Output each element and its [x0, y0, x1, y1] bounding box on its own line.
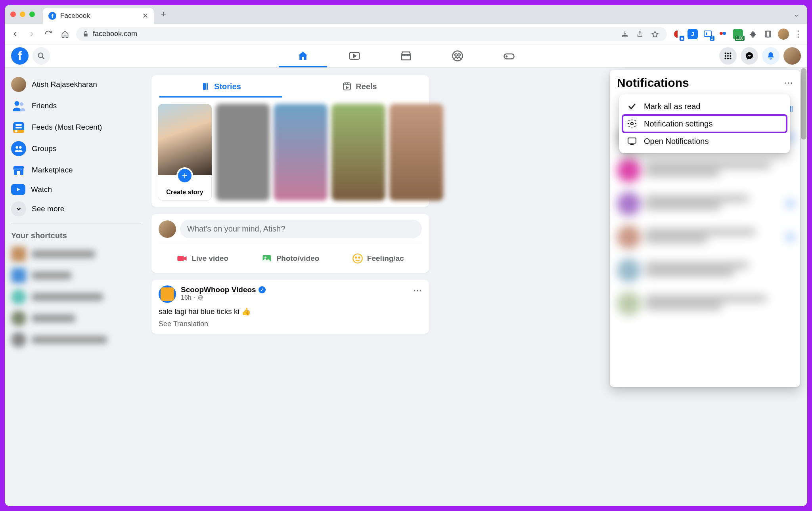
svg-rect-2: [706, 33, 707, 35]
extensions-menu-icon[interactable]: [748, 29, 758, 39]
address-bar[interactable]: facebook.com: [76, 27, 667, 41]
bookmark-icon[interactable]: [649, 31, 661, 38]
extension-3[interactable]: 2: [703, 29, 713, 39]
close-window-button[interactable]: [10, 11, 16, 17]
stories-card: Stories Reels + Create story: [151, 75, 429, 207]
browser-tab[interactable]: f Facebook ✕: [43, 8, 154, 24]
svg-rect-6: [767, 31, 770, 37]
story-item[interactable]: [274, 104, 327, 201]
nav-home[interactable]: [277, 44, 329, 67]
story-item[interactable]: [331, 104, 385, 201]
svg-point-4: [723, 32, 726, 35]
sidebar-label: Marketplace: [32, 166, 73, 174]
maximize-window-button[interactable]: [29, 11, 35, 17]
svg-point-20: [727, 57, 729, 59]
user-name: Atish Rajasekharan: [32, 80, 97, 89]
post-card: ScoopWhoop Videos ✓ 16h · ⋯ sale lagi ha…: [151, 280, 429, 334]
sidebar-friends[interactable]: Friends: [8, 95, 144, 117]
monitor-icon: [626, 136, 638, 146]
compose-avatar[interactable]: [159, 220, 176, 238]
tab-title: Facebook: [60, 12, 90, 20]
svg-rect-32: [17, 171, 20, 175]
mark-all-read-item[interactable]: Mark all as read: [622, 98, 787, 115]
forward-button[interactable]: [26, 30, 37, 38]
photo-video-button[interactable]: Photo/video: [246, 250, 334, 267]
shortcut-item[interactable]: [8, 329, 144, 350]
nav-gaming[interactable]: [483, 44, 535, 67]
extension-4[interactable]: [718, 29, 728, 39]
extension-row: ■ J 2 1.00 ⋮: [672, 29, 802, 40]
svg-point-10: [455, 54, 457, 56]
browser-toolbar: facebook.com ■ J 2 1.00 ⋮: [5, 24, 807, 44]
shortcut-item[interactable]: [8, 265, 144, 286]
svg-point-38: [355, 257, 356, 258]
story-item[interactable]: [389, 104, 443, 201]
messenger-button[interactable]: [741, 47, 758, 65]
browser-menu-button[interactable]: ⋮: [794, 29, 802, 39]
svg-point-30: [19, 146, 22, 149]
svg-point-14: [727, 53, 729, 54]
sidebar-marketplace[interactable]: Marketplace: [8, 159, 144, 181]
facebook-nav: [277, 44, 535, 67]
compose-input[interactable]: What's on your mind, Atish?: [180, 220, 422, 238]
post-author[interactable]: ScoopWhoop Videos ✓: [181, 285, 266, 294]
svg-point-36: [264, 256, 266, 258]
share-icon[interactable]: [634, 31, 645, 38]
shortcut-item[interactable]: [8, 286, 144, 308]
back-button[interactable]: [10, 30, 21, 38]
nav-watch[interactable]: [329, 44, 380, 67]
sidebar-profile[interactable]: Atish Rajasekharan: [8, 74, 144, 95]
home-button[interactable]: [59, 30, 71, 38]
create-story[interactable]: + Create story: [158, 104, 212, 201]
see-translation[interactable]: See Translation: [159, 320, 422, 328]
expand-tabs-button[interactable]: ⌄: [793, 10, 803, 19]
profile-avatar[interactable]: [783, 47, 801, 65]
svg-point-18: [730, 55, 731, 57]
close-tab-button[interactable]: ✕: [142, 11, 148, 20]
notifications-button[interactable]: [762, 47, 779, 65]
shortcut-item[interactable]: [8, 308, 144, 329]
new-tab-button[interactable]: +: [161, 9, 166, 19]
nav-groups[interactable]: [432, 44, 483, 67]
story-item[interactable]: [216, 104, 270, 201]
post-more-button[interactable]: ⋯: [413, 285, 422, 296]
compose-card: What's on your mind, Atish? Live video P…: [151, 214, 429, 273]
svg-rect-34: [178, 256, 184, 261]
extension-2[interactable]: J: [688, 29, 698, 39]
svg-point-17: [727, 55, 729, 57]
live-video-button[interactable]: Live video: [159, 250, 246, 267]
check-icon: [626, 101, 638, 111]
svg-point-37: [353, 254, 362, 263]
nav-marketplace[interactable]: [380, 44, 432, 67]
svg-rect-5: [765, 31, 770, 37]
left-sidebar: Atish Rajasekharan Friends Feeds (Most R…: [5, 67, 147, 506]
sidebar-see-more[interactable]: See more: [8, 198, 144, 220]
photo-icon: [261, 253, 272, 264]
post-avatar[interactable]: [159, 285, 176, 303]
notifications-options-button[interactable]: ⋯: [784, 78, 793, 88]
extension-1[interactable]: ■: [672, 29, 683, 39]
sidebar-groups[interactable]: Groups: [8, 138, 144, 159]
shortcut-item[interactable]: [8, 243, 144, 265]
reload-button[interactable]: [43, 30, 54, 38]
tab-stories[interactable]: Stories: [151, 75, 290, 98]
browser-tab-bar: f Facebook ✕ + ⌄: [5, 5, 807, 24]
extension-5[interactable]: 1.00: [733, 29, 743, 39]
browser-profile-avatar[interactable]: [778, 29, 789, 40]
search-button[interactable]: [33, 47, 50, 65]
menu-grid-button[interactable]: [719, 47, 737, 65]
open-notifications-item[interactable]: Open Notifications: [622, 132, 787, 150]
svg-point-3: [720, 32, 723, 35]
reading-list-icon[interactable]: [763, 29, 773, 39]
sidebar-watch[interactable]: Watch: [8, 181, 144, 198]
feeling-button[interactable]: Feeling/ac: [334, 250, 422, 267]
tab-reels[interactable]: Reels: [290, 75, 429, 98]
facebook-logo[interactable]: f: [11, 47, 29, 65]
notification-settings-item[interactable]: Notification settings: [622, 115, 787, 132]
page-scrollbar[interactable]: [801, 67, 806, 506]
minimize-window-button[interactable]: [20, 11, 25, 17]
sidebar-feeds[interactable]: Feeds (Most Recent): [8, 117, 144, 138]
post-text: sale lagi hai blue ticks ki 👍: [159, 307, 422, 316]
install-app-icon[interactable]: [619, 31, 630, 38]
svg-point-23: [20, 102, 23, 106]
